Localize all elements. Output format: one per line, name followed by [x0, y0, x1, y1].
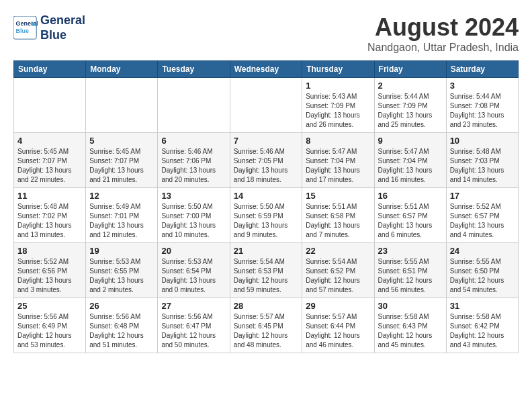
- calendar-cell: 29Sunrise: 5:57 AM Sunset: 6:44 PM Dayli…: [302, 298, 374, 353]
- day-number: 13: [161, 191, 226, 201]
- day-info: Sunrise: 5:53 AM Sunset: 6:55 PM Dayligh…: [89, 257, 154, 295]
- weekday-header-sunday: Sunday: [14, 61, 86, 78]
- day-info: Sunrise: 5:47 AM Sunset: 7:04 PM Dayligh…: [378, 147, 443, 185]
- weekday-header-saturday: Saturday: [446, 61, 518, 78]
- logo-icon: General Blue: [13, 16, 38, 40]
- day-info: Sunrise: 5:54 AM Sunset: 6:52 PM Dayligh…: [306, 257, 370, 295]
- calendar-cell: 2Sunrise: 5:44 AM Sunset: 7:09 PM Daylig…: [374, 78, 446, 133]
- weekday-header-friday: Friday: [374, 61, 446, 78]
- calendar-cell: [158, 78, 230, 133]
- day-number: 5: [89, 136, 154, 146]
- calendar-cell: 4Sunrise: 5:45 AM Sunset: 7:07 PM Daylig…: [14, 133, 86, 188]
- day-info: Sunrise: 5:56 AM Sunset: 6:47 PM Dayligh…: [161, 312, 226, 350]
- calendar-week-row: 18Sunrise: 5:52 AM Sunset: 6:56 PM Dayli…: [14, 243, 519, 298]
- logo: General Blue General Blue: [13, 13, 85, 42]
- day-info: Sunrise: 5:49 AM Sunset: 7:01 PM Dayligh…: [89, 202, 154, 240]
- calendar-cell: 21Sunrise: 5:54 AM Sunset: 6:53 PM Dayli…: [230, 243, 302, 298]
- calendar-cell: 13Sunrise: 5:50 AM Sunset: 7:00 PM Dayli…: [158, 188, 230, 243]
- day-number: 7: [234, 136, 299, 146]
- day-info: Sunrise: 5:55 AM Sunset: 6:50 PM Dayligh…: [450, 257, 515, 295]
- day-number: 24: [450, 246, 515, 256]
- calendar-cell: 7Sunrise: 5:46 AM Sunset: 7:05 PM Daylig…: [230, 133, 302, 188]
- day-number: 23: [378, 246, 443, 256]
- calendar-cell: 5Sunrise: 5:45 AM Sunset: 7:07 PM Daylig…: [86, 133, 158, 188]
- calendar-cell: [14, 78, 86, 133]
- calendar-cell: 8Sunrise: 5:47 AM Sunset: 7:04 PM Daylig…: [302, 133, 374, 188]
- month-year-title: August 2024: [367, 13, 519, 42]
- day-number: 2: [378, 81, 443, 91]
- day-number: 10: [450, 136, 515, 146]
- calendar-cell: 9Sunrise: 5:47 AM Sunset: 7:04 PM Daylig…: [374, 133, 446, 188]
- day-number: 14: [234, 191, 299, 201]
- day-number: 18: [17, 246, 82, 256]
- calendar-cell: 26Sunrise: 5:56 AM Sunset: 6:48 PM Dayli…: [86, 298, 158, 353]
- weekday-header-tuesday: Tuesday: [158, 61, 230, 78]
- day-info: Sunrise: 5:46 AM Sunset: 7:06 PM Dayligh…: [161, 147, 226, 185]
- day-info: Sunrise: 5:45 AM Sunset: 7:07 PM Dayligh…: [89, 147, 154, 185]
- calendar-cell: 15Sunrise: 5:51 AM Sunset: 6:58 PM Dayli…: [302, 188, 374, 243]
- day-number: 16: [378, 191, 443, 201]
- weekday-header-wednesday: Wednesday: [230, 61, 302, 78]
- day-number: 4: [17, 136, 82, 146]
- day-info: Sunrise: 5:54 AM Sunset: 6:53 PM Dayligh…: [234, 257, 299, 295]
- calendar-cell: 28Sunrise: 5:57 AM Sunset: 6:45 PM Dayli…: [230, 298, 302, 353]
- calendar-cell: 18Sunrise: 5:52 AM Sunset: 6:56 PM Dayli…: [14, 243, 86, 298]
- day-number: 20: [161, 246, 226, 256]
- day-info: Sunrise: 5:50 AM Sunset: 6:59 PM Dayligh…: [234, 202, 299, 240]
- day-info: Sunrise: 5:48 AM Sunset: 7:02 PM Dayligh…: [17, 202, 82, 240]
- day-info: Sunrise: 5:52 AM Sunset: 6:56 PM Dayligh…: [17, 257, 82, 295]
- calendar-cell: 31Sunrise: 5:58 AM Sunset: 6:42 PM Dayli…: [446, 298, 518, 353]
- calendar-header-row: SundayMondayTuesdayWednesdayThursdayFrid…: [14, 61, 519, 78]
- weekday-header-thursday: Thursday: [302, 61, 374, 78]
- day-number: 9: [378, 136, 443, 146]
- day-info: Sunrise: 5:58 AM Sunset: 6:42 PM Dayligh…: [450, 312, 515, 350]
- calendar-week-row: 25Sunrise: 5:56 AM Sunset: 6:49 PM Dayli…: [14, 298, 519, 353]
- day-info: Sunrise: 5:57 AM Sunset: 6:44 PM Dayligh…: [306, 312, 370, 350]
- calendar-cell: 14Sunrise: 5:50 AM Sunset: 6:59 PM Dayli…: [230, 188, 302, 243]
- calendar-cell: 1Sunrise: 5:43 AM Sunset: 7:09 PM Daylig…: [302, 78, 374, 133]
- calendar-cell: 6Sunrise: 5:46 AM Sunset: 7:06 PM Daylig…: [158, 133, 230, 188]
- calendar-cell: 25Sunrise: 5:56 AM Sunset: 6:49 PM Dayli…: [14, 298, 86, 353]
- day-number: 25: [17, 301, 82, 311]
- calendar-table: SundayMondayTuesdayWednesdayThursdayFrid…: [13, 60, 519, 353]
- calendar-cell: [86, 78, 158, 133]
- calendar-week-row: 1Sunrise: 5:43 AM Sunset: 7:09 PM Daylig…: [14, 78, 519, 133]
- day-info: Sunrise: 5:44 AM Sunset: 7:08 PM Dayligh…: [450, 92, 515, 130]
- day-info: Sunrise: 5:51 AM Sunset: 6:58 PM Dayligh…: [306, 202, 370, 240]
- day-number: 30: [378, 301, 443, 311]
- day-number: 27: [161, 301, 226, 311]
- day-number: 6: [161, 136, 226, 146]
- day-number: 15: [306, 191, 370, 201]
- day-number: 21: [234, 246, 299, 256]
- day-info: Sunrise: 5:51 AM Sunset: 6:57 PM Dayligh…: [378, 202, 443, 240]
- day-number: 17: [450, 191, 515, 201]
- svg-text:Blue: Blue: [16, 28, 30, 34]
- calendar-cell: 12Sunrise: 5:49 AM Sunset: 7:01 PM Dayli…: [86, 188, 158, 243]
- calendar-week-row: 4Sunrise: 5:45 AM Sunset: 7:07 PM Daylig…: [14, 133, 519, 188]
- calendar-cell: 27Sunrise: 5:56 AM Sunset: 6:47 PM Dayli…: [158, 298, 230, 353]
- logo-text: General Blue: [40, 13, 85, 42]
- title-area: August 2024 Nandgaon, Uttar Pradesh, Ind…: [367, 13, 519, 54]
- calendar-cell: 20Sunrise: 5:53 AM Sunset: 6:54 PM Dayli…: [158, 243, 230, 298]
- day-number: 22: [306, 246, 370, 256]
- calendar-cell: 30Sunrise: 5:58 AM Sunset: 6:43 PM Dayli…: [374, 298, 446, 353]
- calendar-cell: 3Sunrise: 5:44 AM Sunset: 7:08 PM Daylig…: [446, 78, 518, 133]
- day-info: Sunrise: 5:58 AM Sunset: 6:43 PM Dayligh…: [378, 312, 443, 350]
- day-number: 29: [306, 301, 370, 311]
- day-info: Sunrise: 5:57 AM Sunset: 6:45 PM Dayligh…: [234, 312, 299, 350]
- calendar-cell: [230, 78, 302, 133]
- calendar-cell: 10Sunrise: 5:48 AM Sunset: 7:03 PM Dayli…: [446, 133, 518, 188]
- day-number: 31: [450, 301, 515, 311]
- calendar-cell: 19Sunrise: 5:53 AM Sunset: 6:55 PM Dayli…: [86, 243, 158, 298]
- day-number: 1: [306, 81, 370, 91]
- weekday-header-monday: Monday: [86, 61, 158, 78]
- day-info: Sunrise: 5:52 AM Sunset: 6:57 PM Dayligh…: [450, 202, 515, 240]
- day-info: Sunrise: 5:56 AM Sunset: 6:48 PM Dayligh…: [89, 312, 154, 350]
- day-info: Sunrise: 5:43 AM Sunset: 7:09 PM Dayligh…: [306, 92, 370, 130]
- day-number: 11: [17, 191, 82, 201]
- day-number: 12: [89, 191, 154, 201]
- day-info: Sunrise: 5:55 AM Sunset: 6:51 PM Dayligh…: [378, 257, 443, 295]
- day-number: 26: [89, 301, 154, 311]
- day-number: 3: [450, 81, 515, 91]
- page-header: General Blue General Blue August 2024 Na…: [13, 13, 519, 54]
